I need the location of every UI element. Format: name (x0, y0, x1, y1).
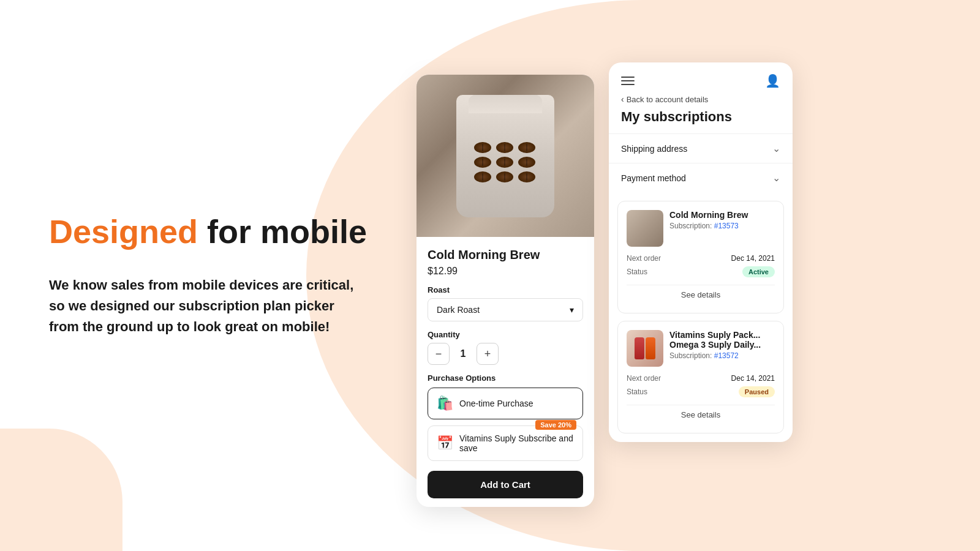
vitamin-bottle-1 (635, 337, 644, 359)
subscription-cards-container: Cold Morning Brew Subscription: #13573 N… (609, 192, 793, 442)
subtext: We know sales from mobile devices are cr… (49, 275, 368, 337)
status-label-2: Status (627, 388, 647, 396)
sub-meta-status-1: Status Active (627, 266, 775, 277)
bean-8 (496, 171, 513, 182)
product-price: $12.99 (428, 266, 583, 277)
shipping-address-label: Shipping address (621, 144, 687, 154)
subscription-card-2: Vitamins Suply Pack... Omega 3 Suply Dai… (617, 321, 784, 433)
next-order-label-2: Next order (627, 374, 661, 383)
beans-container (474, 142, 537, 182)
sub-number-link-1[interactable]: #13573 (714, 222, 739, 230)
subscribe-save-option[interactable]: Save 20% 📅 Vitamins Suply Subscribe and … (428, 425, 583, 461)
bean-5 (496, 157, 513, 168)
decrement-button[interactable]: − (428, 343, 450, 365)
subscriptions-header: 👤 (609, 62, 793, 88)
status-badge-1: Active (742, 266, 775, 277)
vitamins-mini-image (627, 330, 663, 367)
sub-number-link-2[interactable]: #13572 (714, 351, 739, 360)
subscribe-icon: 📅 (437, 435, 453, 451)
sub-number-1: Subscription: #13573 (669, 222, 775, 230)
product-info: Cold Morning Brew $12.99 Roast Dark Roas… (417, 237, 594, 507)
next-order-value-1: Dec 14, 2021 (731, 254, 775, 263)
coffee-mini-image (627, 210, 663, 247)
next-order-value-2: Dec 14, 2021 (731, 374, 775, 383)
headline-rest: for mobile (198, 213, 367, 250)
sub-number-text-2: Subscription: (669, 351, 714, 360)
user-icon[interactable]: 👤 (765, 73, 780, 88)
bean-6 (518, 157, 535, 168)
headline-highlight: Designed (49, 213, 198, 250)
product-name: Cold Morning Brew (428, 248, 583, 262)
status-label-1: Status (627, 268, 647, 276)
increment-button[interactable]: + (477, 343, 499, 365)
bean-3 (518, 142, 535, 153)
sub-card-1-header: Cold Morning Brew Subscription: #13573 (627, 210, 775, 247)
purchase-options-label: Purchase Options (428, 373, 583, 383)
subscriptions-title: My subscriptions (609, 107, 793, 133)
roast-label: Roast (428, 285, 583, 294)
sub-meta-next-order-2: Next order Dec 14, 2021 (627, 374, 775, 383)
sub-product-image-2 (627, 330, 663, 367)
sub-number-text-1: Subscription: (669, 222, 714, 230)
product-image (417, 75, 594, 237)
shipping-address-accordion[interactable]: Shipping address ⌄ (609, 133, 793, 163)
quantity-label: Quantity (428, 330, 583, 339)
bean-4 (474, 157, 491, 168)
sub-card-2-info: Vitamins Suply Pack... Omega 3 Suply Dai… (669, 330, 775, 360)
hamburger-line-3 (621, 84, 635, 85)
quantity-value: 1 (457, 348, 469, 359)
coffee-beans-background (417, 75, 594, 237)
back-chevron-icon: ‹ (621, 94, 624, 104)
headline: Designed for mobile (49, 214, 368, 250)
roast-value: Dark Roast (437, 305, 480, 315)
coffee-bag (456, 95, 554, 217)
subscription-card-1: Cold Morning Brew Subscription: #13573 N… (617, 201, 784, 313)
quantity-row: − 1 + (428, 343, 583, 365)
hamburger-line-2 (621, 80, 635, 81)
subscriptions-panel: 👤 ‹ Back to account details My subscript… (609, 62, 793, 442)
left-section: Designed for mobile We know sales from m… (0, 177, 417, 374)
sub-card-1-info: Cold Morning Brew Subscription: #13573 (669, 210, 775, 230)
hamburger-menu-icon[interactable] (621, 77, 635, 85)
background-blob-small (0, 429, 123, 551)
see-details-button-2[interactable]: See details (627, 405, 775, 424)
bean-7 (474, 171, 491, 182)
see-details-button-1[interactable]: See details (627, 285, 775, 304)
sub-card-2-header: Vitamins Suply Pack... Omega 3 Suply Dai… (627, 330, 775, 367)
hamburger-line-1 (621, 77, 635, 78)
sub-product-name-1: Cold Morning Brew (669, 210, 775, 220)
shipping-chevron-icon: ⌄ (772, 143, 780, 154)
sub-meta-status-2: Status Paused (627, 386, 775, 397)
bag-top (469, 95, 542, 113)
add-to-cart-button[interactable]: Add to Cart (428, 471, 583, 498)
sub-product-name-2: Vitamins Suply Pack... Omega 3 Suply Dai… (669, 330, 775, 350)
bean-2 (496, 142, 513, 153)
product-panel: Cold Morning Brew $12.99 Roast Dark Roas… (417, 75, 594, 507)
roast-select[interactable]: Dark Roast ▾ (428, 298, 583, 321)
payment-method-accordion[interactable]: Payment method ⌄ (609, 163, 793, 192)
bean-9 (518, 171, 535, 182)
sub-meta-next-order-1: Next order Dec 14, 2021 (627, 254, 775, 263)
one-time-icon: 🛍️ (437, 395, 453, 411)
status-badge-2: Paused (739, 386, 775, 397)
right-section: Cold Morning Brew $12.99 Roast Dark Roas… (417, 44, 793, 507)
payment-method-label: Payment method (621, 173, 686, 183)
one-time-text: One-time Purchase (459, 399, 533, 408)
bean-1 (474, 142, 491, 153)
back-link-text: Back to account details (627, 95, 709, 104)
roast-chevron-icon: ▾ (570, 305, 574, 315)
vitamin-bottle-2 (646, 337, 655, 359)
save-badge: Save 20% (535, 420, 576, 430)
next-order-label-1: Next order (627, 254, 661, 263)
subscribe-text: Vitamins Suply Subscribe and save (459, 433, 574, 453)
sub-product-image-1 (627, 210, 663, 247)
sub-number-2: Subscription: #13572 (669, 351, 775, 360)
one-time-purchase-option[interactable]: 🛍️ One-time Purchase (428, 388, 583, 419)
payment-chevron-icon: ⌄ (772, 172, 780, 184)
back-link[interactable]: ‹ Back to account details (609, 88, 793, 107)
